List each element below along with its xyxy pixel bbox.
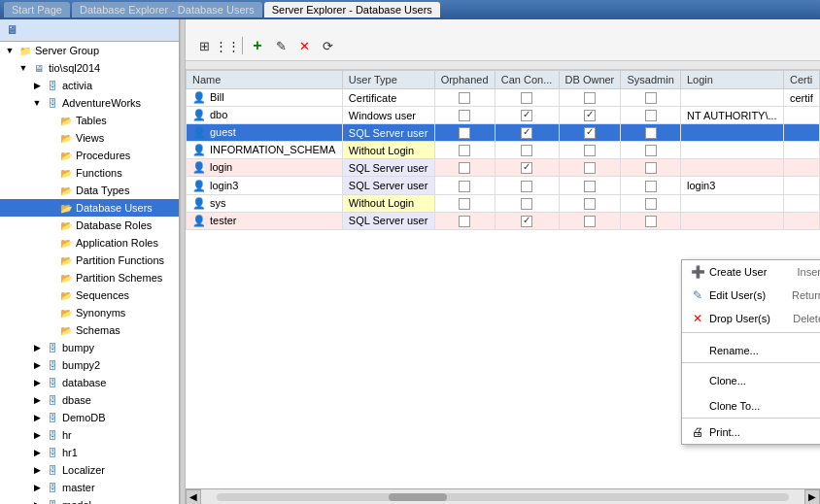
tree-item-dbroles[interactable]: 📂Database Roles (0, 217, 179, 234)
tree-item-bumpy2[interactable]: ▶🗄bumpy2 (0, 356, 179, 374)
can-connect-cell[interactable] (495, 194, 559, 212)
tree-item-hr1[interactable]: ▶🗄hr1 (0, 444, 179, 461)
tree-item-model[interactable]: ▶🗄model (0, 496, 179, 504)
can-connect-checkbox[interactable] (521, 181, 532, 192)
db-owner-checkbox[interactable] (584, 216, 596, 227)
db-owner-checkbox[interactable] (584, 110, 596, 121)
tree-item-activia[interactable]: ▶🗄activia (0, 77, 179, 94)
can-connect-checkbox[interactable] (521, 127, 532, 139)
table-row[interactable]: 👤login3SQL Server userlogin3 (187, 177, 820, 194)
sysadmin-checkbox[interactable] (645, 162, 657, 174)
db-owner-cell[interactable] (559, 142, 621, 159)
db-owner-cell[interactable] (559, 212, 621, 229)
table-row[interactable]: 👤INFORMATION_SCHEMAWithout Login (187, 142, 820, 159)
db-owner-checkbox[interactable] (584, 162, 596, 174)
can-connect-checkbox[interactable] (521, 198, 532, 210)
sysadmin-cell[interactable] (621, 89, 680, 107)
columns-btn[interactable]: ⋮⋮ (217, 35, 238, 56)
expand-icon[interactable] (45, 219, 56, 231)
tree-item-hr[interactable]: ▶🗄hr (0, 426, 179, 444)
expand-icon[interactable] (45, 167, 56, 179)
col-db-owner[interactable]: DB Owner (559, 71, 621, 89)
tree-item-tables[interactable]: 📂Tables (0, 112, 179, 129)
can-connect-cell[interactable] (495, 142, 559, 159)
expand-icon[interactable] (45, 202, 56, 214)
sysadmin-cell[interactable] (621, 124, 680, 142)
col-login[interactable]: Login (680, 71, 783, 89)
expand-icon[interactable]: ▶ (31, 80, 43, 91)
tree-item-dbase[interactable]: ▶🗄dbase (0, 391, 179, 409)
orphaned-cell[interactable] (434, 89, 495, 107)
expand-icon[interactable]: ▶ (31, 377, 43, 388)
tree-item-master[interactable]: ▶🗄master (0, 479, 179, 496)
orphaned-checkbox[interactable] (459, 92, 470, 104)
can-connect-cell[interactable] (495, 212, 559, 229)
tree-item-dbusers[interactable]: 📂Database Users (0, 199, 179, 217)
expand-icon[interactable]: ▶ (31, 499, 43, 504)
sysadmin-checkbox[interactable] (645, 110, 657, 121)
expand-icon[interactable] (45, 307, 56, 319)
expand-icon[interactable]: ▶ (31, 464, 43, 476)
grid-btn[interactable]: ⊞ (193, 35, 215, 56)
menu-item-clone-to---[interactable]: Clone To... (682, 390, 820, 416)
col-user-type[interactable]: User Type (342, 71, 434, 89)
db-owner-checkbox[interactable] (584, 181, 596, 192)
orphaned-cell[interactable] (434, 194, 495, 212)
scroll-right-btn[interactable]: ▶ (804, 489, 820, 505)
expand-icon[interactable]: ▼ (31, 97, 43, 109)
orphaned-cell[interactable] (434, 107, 495, 124)
orphaned-checkbox[interactable] (459, 162, 470, 174)
tab-start-page[interactable]: Start Page (4, 2, 70, 17)
horizontal-scrollbar[interactable]: ◀ ▶ (186, 488, 820, 504)
tree-item-adventureworks[interactable]: ▼🗄AdventureWorks (0, 94, 179, 112)
expand-icon[interactable] (45, 272, 56, 284)
tree-item-schemas[interactable]: 📂Schemas (0, 321, 179, 339)
can-connect-checkbox[interactable] (521, 216, 532, 227)
expand-icon[interactable] (45, 254, 56, 266)
expand-icon[interactable]: ▶ (31, 412, 43, 423)
can-connect-cell[interactable] (495, 107, 559, 124)
add-btn[interactable]: + (247, 35, 268, 56)
orphaned-checkbox[interactable] (459, 198, 470, 210)
tree-item-partschemes[interactable]: 📂Partition Schemes (0, 269, 179, 286)
can-connect-checkbox[interactable] (521, 92, 532, 104)
table-row[interactable]: 👤dboWindows userNT AUTHORITY\... (187, 107, 820, 124)
table-container[interactable]: NameUser TypeOrphanedCan Con...DB OwnerS… (186, 70, 820, 488)
sysadmin-cell[interactable] (621, 177, 680, 194)
tree-item-datatypes[interactable]: 📂Data Types (0, 182, 179, 199)
menu-item-rename---[interactable]: Rename... (682, 335, 820, 360)
table-row[interactable]: 👤guestSQL Server user (187, 124, 820, 142)
can-connect-cell[interactable] (495, 89, 559, 107)
tree-item-approles[interactable]: 📂Application Roles (0, 234, 179, 252)
sysadmin-cell[interactable] (621, 142, 680, 159)
delete-btn[interactable]: ✕ (293, 35, 315, 56)
tree-item-localizer[interactable]: ▶🗄Localizer (0, 461, 179, 479)
sysadmin-checkbox[interactable] (645, 216, 657, 227)
orphaned-checkbox[interactable] (459, 127, 470, 139)
db-owner-checkbox[interactable] (584, 145, 596, 156)
expand-icon[interactable]: ▶ (31, 359, 43, 371)
expand-icon[interactable] (45, 324, 56, 336)
tree-item-bumpy[interactable]: ▶🗄bumpy (0, 339, 179, 356)
table-row[interactable]: 👤loginSQL Server user (187, 159, 820, 177)
tree-item-demodb[interactable]: ▶🗄DemoDB (0, 409, 179, 426)
orphaned-cell[interactable] (434, 159, 495, 177)
expand-icon[interactable] (45, 237, 56, 249)
table-row[interactable]: 👤testerSQL Server user (187, 212, 820, 229)
orphaned-checkbox[interactable] (459, 110, 470, 121)
expand-icon[interactable]: ▶ (31, 482, 43, 493)
db-owner-cell[interactable] (559, 89, 621, 107)
expand-icon[interactable] (45, 115, 56, 126)
scroll-left-btn[interactable]: ◀ (186, 489, 201, 505)
can-connect-checkbox[interactable] (521, 145, 532, 156)
col-sysadmin[interactable]: Sysadmin (621, 71, 680, 89)
sysadmin-checkbox[interactable] (645, 127, 657, 139)
db-owner-cell[interactable] (559, 194, 621, 212)
orphaned-cell[interactable] (434, 212, 495, 229)
db-owner-cell[interactable] (559, 159, 621, 177)
edit-btn[interactable]: ✎ (270, 35, 291, 56)
refresh-btn[interactable]: ⟳ (317, 35, 338, 56)
tab-database-explorer---database-users[interactable]: Database Explorer - Database Users (72, 2, 262, 17)
sysadmin-cell[interactable] (621, 159, 680, 177)
expand-icon[interactable]: ▼ (17, 62, 29, 74)
